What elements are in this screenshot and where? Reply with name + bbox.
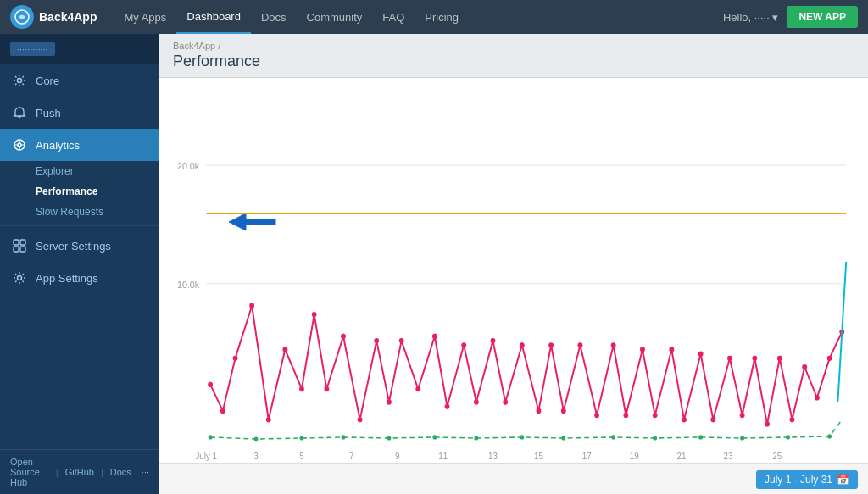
analytics-submenu: Explorer Performance Slow Requests: [0, 161, 159, 222]
svg-point-46: [698, 352, 704, 357]
logo-icon: [10, 5, 34, 29]
svg-point-26: [399, 338, 404, 343]
svg-point-20: [312, 312, 317, 317]
svg-point-45: [682, 417, 687, 422]
svg-point-30: [461, 342, 466, 347]
svg-point-65: [520, 435, 524, 439]
svg-text:3: 3: [253, 452, 259, 461]
footer-github[interactable]: GitHub: [65, 467, 94, 477]
svg-point-34: [520, 342, 525, 347]
svg-point-67: [611, 435, 615, 439]
new-app-button[interactable]: NEW APP: [787, 6, 858, 28]
nav-community[interactable]: Community: [297, 0, 373, 34]
grid-icon: [12, 238, 27, 253]
svg-point-43: [653, 413, 658, 418]
svg-point-19: [299, 386, 304, 391]
performance-chart: 20.0k 10.0k: [173, 86, 854, 463]
nav-my-apps[interactable]: My Apps: [114, 0, 176, 34]
top-nav: Back4App My Apps Dashboard Docs Communit…: [0, 0, 868, 34]
svg-point-48: [727, 356, 732, 361]
sidebar-analytics-label: Analytics: [36, 139, 80, 152]
settings-icon: [12, 270, 27, 286]
footer-docs[interactable]: Docs: [110, 467, 131, 477]
brand-logo[interactable]: Back4App: [10, 5, 97, 29]
sidebar-item-app-settings[interactable]: App Settings: [0, 262, 159, 294]
sidebar-item-core[interactable]: Core: [0, 64, 159, 97]
svg-point-25: [387, 399, 392, 404]
svg-point-33: [503, 399, 508, 404]
svg-point-23: [358, 417, 363, 422]
svg-point-69: [698, 435, 703, 439]
svg-point-18: [282, 347, 287, 352]
sidebar-sub-slow-requests[interactable]: Slow Requests: [36, 202, 159, 222]
nav-faq[interactable]: FAQ: [372, 0, 415, 34]
nav-right: Hello, ····· ▾ NEW APP: [723, 6, 858, 28]
svg-point-29: [445, 404, 450, 409]
svg-point-32: [491, 338, 496, 343]
svg-point-68: [653, 436, 657, 440]
svg-rect-4: [14, 240, 19, 245]
svg-point-38: [577, 342, 582, 347]
svg-point-42: [640, 347, 645, 352]
svg-point-71: [786, 435, 790, 439]
svg-point-60: [300, 436, 304, 440]
svg-point-39: [594, 413, 599, 418]
date-range-label: July 1 - July 31: [765, 474, 832, 486]
svg-text:July 1: July 1: [195, 452, 217, 461]
user-greeting[interactable]: Hello, ····· ▾: [723, 11, 779, 24]
svg-text:21: 21: [677, 452, 687, 461]
svg-point-63: [432, 435, 437, 439]
svg-point-1: [18, 79, 22, 83]
svg-point-27: [415, 386, 420, 391]
svg-point-31: [474, 399, 479, 404]
svg-point-56: [827, 356, 832, 361]
sidebar-sub-performance[interactable]: Performance: [36, 181, 159, 202]
sidebar: ············ Core Push: [0, 34, 159, 494]
calendar-icon: 📅: [837, 474, 849, 486]
y-label-10k: 10.0k: [177, 280, 200, 290]
svg-point-35: [536, 408, 541, 414]
svg-point-53: [790, 417, 795, 422]
svg-point-13: [208, 382, 213, 387]
sidebar-item-analytics[interactable]: Analytics: [0, 129, 159, 161]
sidebar-sub-explorer[interactable]: Explorer: [36, 161, 159, 181]
sidebar-server-settings-label: Server Settings: [36, 240, 111, 253]
svg-point-3: [18, 143, 21, 147]
nav-dashboard[interactable]: Dashboard: [176, 0, 251, 34]
date-range-button[interactable]: July 1 - July 31 📅: [756, 470, 858, 489]
sidebar-item-server-settings[interactable]: Server Settings: [0, 230, 159, 262]
svg-point-44: [669, 347, 674, 352]
svg-point-36: [548, 342, 554, 347]
brand-name: Back4App: [39, 10, 97, 24]
svg-point-59: [254, 436, 259, 441]
svg-point-16: [249, 303, 254, 308]
footer-more[interactable]: ···: [142, 467, 149, 477]
analytics-icon: [12, 137, 27, 153]
svg-text:19: 19: [630, 452, 639, 461]
svg-point-37: [561, 408, 566, 414]
svg-point-62: [387, 436, 391, 440]
svg-point-51: [765, 421, 770, 426]
svg-point-64: [474, 436, 478, 440]
footer-open-source[interactable]: Open Source Hub: [10, 457, 49, 487]
breadcrumb: Back4App /: [173, 41, 854, 51]
svg-point-49: [740, 413, 745, 418]
svg-point-17: [266, 417, 271, 422]
svg-point-61: [342, 435, 346, 439]
svg-point-72: [827, 434, 832, 438]
nav-pricing[interactable]: Pricing: [415, 0, 469, 34]
svg-point-40: [611, 342, 616, 347]
nav-docs[interactable]: Docs: [251, 0, 297, 34]
svg-point-55: [815, 395, 820, 400]
sidebar-item-push[interactable]: Push: [0, 97, 159, 129]
svg-rect-7: [20, 247, 25, 252]
main-layout: ············ Core Push: [0, 34, 868, 494]
bottom-bar: July 1 - July 31 📅: [159, 463, 868, 494]
svg-text:25: 25: [772, 452, 782, 461]
nav-links: My Apps Dashboard Docs Community FAQ Pri…: [114, 0, 722, 34]
svg-text:11: 11: [438, 452, 448, 461]
sidebar-app-settings-label: App Settings: [36, 272, 98, 285]
svg-point-28: [432, 334, 437, 339]
gear-icon: [12, 73, 27, 88]
push-icon: [12, 105, 27, 120]
